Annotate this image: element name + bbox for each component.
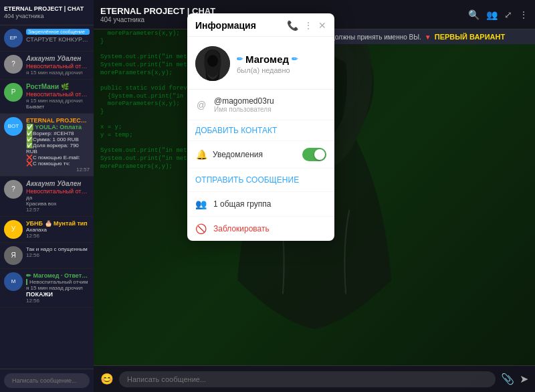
chat-item-bot[interactable]: BOT ETERNAL PROJECT | BOT ✅ YOULA: Оплат… <box>0 114 94 177</box>
name-1: Аккаунт Удален <box>26 55 81 62</box>
toggle-knob <box>314 149 325 160</box>
extra-3b: Красива вох <box>26 201 90 207</box>
bot-line4: ❌С помощью E-mail: <box>26 155 90 161</box>
chat-item-4[interactable]: У УБНБ 🎂 Мунтай тип Ахапаха 12:56 <box>0 217 94 243</box>
extra-2: Бывает <box>26 104 90 110</box>
avatar-6: М <box>4 272 23 291</box>
username-info: @magomed03ru Имя пользователя <box>214 96 274 113</box>
bot-line1: ✅Воркер: #СЕН78 <box>26 130 90 136</box>
profile-edit-icon: ✏ <box>237 55 243 64</box>
info-close-button[interactable]: ✕ <box>318 20 326 31</box>
preview-5: Так и надо с опущенным <box>26 246 90 252</box>
chat-info-6: ✏ Магомед · Ответить Невоспитальный отчи… <box>26 272 90 304</box>
chat-info-2: РостМани 🌿 Невоспитальный отчим... я 15 … <box>26 83 90 110</box>
send-icon[interactable]: ➤ <box>520 373 528 385</box>
chat-input-bar: 😊 📎 ➤ <box>94 365 535 392</box>
block-text: Заблокировать <box>213 224 270 233</box>
send-message-button[interactable]: ОТПРАВИТЬ СООБЩЕНИЕ <box>187 169 334 192</box>
name-3: Аккаунт Удален <box>26 180 90 187</box>
chat-item-5[interactable]: Я Так и надо с опущенным 12:56 <box>0 243 94 269</box>
info-more-button[interactable]: ⋮ <box>304 20 313 31</box>
username-row: @ @magomed03ru Имя пользователя <box>187 90 334 120</box>
profile-name-text: Магомед <box>245 54 289 65</box>
info-call-button[interactable]: 📞 <box>287 20 298 31</box>
pinned-badge: Закреплённое сообщение <box>26 29 90 35</box>
members-icon[interactable]: 👥 <box>486 9 498 20</box>
time-2: я 15 мин назад дрочил <box>26 98 90 104</box>
notif-label: Уведомления <box>213 150 263 159</box>
bot-line3: ✅Доля воркера: 790 RUB <box>26 142 90 155</box>
groups-row: 👥 1 общая группа <box>187 192 334 217</box>
chat-info-5: Так и надо с опущенным 12:56 <box>26 246 90 258</box>
announcement-highlight: ПЕРВЫЙ ВАРИАНТ <box>435 33 505 41</box>
profile-status: был(а) недавно <box>237 66 298 74</box>
svg-point-6 <box>207 55 218 67</box>
profile-info: ✏ Магомед ✏ был(а) недавно <box>237 54 298 74</box>
more-menu-icon[interactable]: ⋮ <box>519 9 528 20</box>
chat-item-1[interactable]: ? Аккаунт Удален Невоспитальный отчим...… <box>0 52 94 80</box>
avatar-bot: BOT <box>4 117 23 136</box>
time-4: 12:56 <box>26 233 90 239</box>
chat-header-icons: 🔍 👥 ⤢ ⋮ <box>468 9 528 20</box>
search-icon[interactable]: 🔍 <box>468 9 479 20</box>
announcement-arrow: ▼ <box>425 33 431 41</box>
reply-6: Невоспитальный отчим <box>26 279 90 285</box>
meta-1: Аккаунт Удален <box>26 55 90 62</box>
chat-info-1: Аккаунт Удален Невоспитальный отчим... я… <box>26 55 90 76</box>
pinned-preview: СТАРТУЕТ КОНКУРС НА... <box>26 36 90 43</box>
pinned-info: Закреплённое сообщение СТАРТУЕТ КОНКУРС … <box>26 29 90 43</box>
name-6: ✏ Магомед · Ответить <box>26 272 90 279</box>
bot-time: 12:57 <box>26 167 90 173</box>
profile-name: ✏ Магомед ✏ <box>237 54 298 65</box>
block-button[interactable]: 🚫 Заблокировать <box>187 217 334 241</box>
avatar-5: Я <box>4 246 23 265</box>
info-panel-header: Информация 📞 ⋮ ✕ <box>187 13 334 37</box>
notifications-toggle[interactable] <box>302 148 326 161</box>
add-contact-button[interactable]: ДОБАВИТЬ КОНТАКТ <box>187 120 334 141</box>
groups-icon: 👥 <box>195 199 207 209</box>
profile-edit-icon2: ✏ <box>292 55 298 64</box>
info-panel: Информация 📞 ⋮ ✕ ✏ <box>187 13 334 241</box>
extra-3: да <box>26 195 90 201</box>
avatar-3: ? <box>4 180 23 199</box>
attach-icon[interactable]: 📎 <box>501 373 514 385</box>
time-6: 12:56 <box>26 298 90 304</box>
sidebar-message-input[interactable] <box>4 373 90 388</box>
time-1: я 15 мин назад дрочил <box>26 70 90 76</box>
groups-text: 1 общая группа <box>213 199 272 209</box>
info-profile: ✏ Магомед ✏ был(а) недавно <box>187 37 334 90</box>
notifications-row: 🔔 Уведомления <box>187 141 334 169</box>
name-2: РостМани 🌿 <box>26 83 90 90</box>
sidebar-header: ETERNAL PROJECT | CHAT 404 участника <box>0 0 94 25</box>
preview-4: Ахапаха <box>26 227 90 233</box>
chat-item-2[interactable]: Р РостМани 🌿 Невоспитальный отчим... я 1… <box>0 80 94 114</box>
reply-text-6: я 15 мин назад дрочил <box>26 285 90 291</box>
time-5: 12:56 <box>26 252 90 258</box>
preview-6: ПОКАЖИ <box>26 291 90 298</box>
sidebar-member-count: 404 участника <box>4 13 90 19</box>
block-icon: 🚫 <box>195 223 207 234</box>
bot-line2: ✅Сумма: 1 000 RUB <box>26 136 90 142</box>
sidebar-input-area <box>0 369 94 392</box>
profile-avatar-image <box>195 46 230 81</box>
avatar-2: Р <box>4 83 23 102</box>
avatar-1: ? <box>4 55 23 74</box>
pinned-chat-item[interactable]: EP Закреплённое сообщение СТАРТУЕТ КОНКУ… <box>0 25 94 52</box>
name-4: УБНБ 🎂 Мунтай тип <box>26 220 90 227</box>
preview-2: Невоспитальный отчим... <box>26 91 90 98</box>
profile-avatar <box>195 46 230 81</box>
emoji-icon[interactable]: 😊 <box>100 373 114 385</box>
bot-badge: ✅ YOULA: Оплата <box>26 124 90 130</box>
chat-item-6[interactable]: М ✏ Магомед · Ответить Невоспитальный от… <box>0 269 94 308</box>
chat-item-3[interactable]: ? Аккаунт Удален Невоспитальный отчим да… <box>0 177 94 217</box>
message-input[interactable] <box>119 371 496 387</box>
chat-info-bot: ETERNAL PROJECT | BOT ✅ YOULA: Оплата ✅В… <box>26 117 90 173</box>
sidebar-chat-name: ETERNAL PROJECT | CHAT <box>4 5 90 13</box>
name-bot: ETERNAL PROJECT | BOT <box>26 117 90 124</box>
info-panel-header-icons: 📞 ⋮ ✕ <box>287 20 326 31</box>
username-icon: @ <box>195 100 207 110</box>
maximize-icon[interactable]: ⤢ <box>504 9 512 20</box>
pinned-avatar: EP <box>4 29 23 47</box>
chat-info-4: УБНБ 🎂 Мунтай тип Ахапаха 12:56 <box>26 220 90 239</box>
main-area: public static void forever(int x, int y)… <box>94 0 535 392</box>
